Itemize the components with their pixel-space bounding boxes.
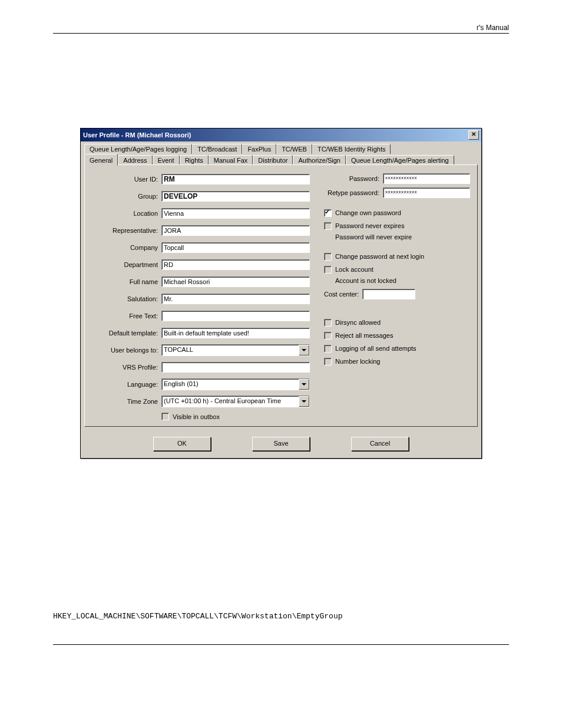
location-field[interactable] (161, 208, 310, 219)
lock-account-checkbox[interactable] (324, 266, 332, 274)
salutation-label: Salutation: (92, 295, 161, 302)
tab-tcweb[interactable]: TC/WEB (276, 144, 312, 154)
tab-faxplus[interactable]: FaxPlus (242, 144, 276, 154)
language-combo[interactable]: English (01) (161, 378, 310, 390)
company-label: Company (92, 244, 161, 251)
tab-queue-logging[interactable]: Queue Length/Age/Pages logging (84, 144, 192, 154)
logging-all-send-checkbox[interactable] (324, 345, 332, 353)
vrs-profile-label: VRS Profile: (92, 364, 161, 371)
registry-path: HKEY_LOCAL_MACHINE\SOFTWARE\TOPCALL\TCFW… (53, 612, 509, 621)
password-never-expire-note: Password will never expire (320, 233, 470, 241)
tabs-area: Queue Length/Age/Pages logging TC/Broadc… (81, 141, 481, 165)
number-locking-checkbox[interactable] (324, 358, 332, 365)
user-id-label: User ID: (92, 176, 161, 183)
reject-all-messages-checkbox[interactable] (324, 332, 332, 340)
tab-manual-fax[interactable]: Manual Fax (209, 155, 253, 165)
dirsync-allowed-checkbox[interactable] (324, 319, 332, 327)
lock-account-label: Lock account (335, 266, 373, 273)
change-password-next-login-checkbox[interactable] (324, 253, 332, 261)
free-text-label: Free Text: (92, 312, 161, 319)
time-zone-value: (UTC +01:00 h) - Central European Time (162, 396, 299, 407)
chevron-down-icon[interactable] (299, 396, 309, 407)
representative-field[interactable] (161, 225, 310, 236)
time-zone-combo[interactable]: (UTC +01:00 h) - Central European Time (161, 396, 310, 407)
vrs-profile-field[interactable] (161, 362, 310, 373)
save-button[interactable]: Save (252, 437, 310, 451)
department-label: Department (92, 261, 161, 268)
company-field[interactable] (161, 242, 310, 253)
cost-center-label: Cost center: (324, 291, 359, 298)
cost-center-field[interactable] (362, 289, 415, 299)
representative-label: Representative: (92, 227, 161, 234)
user-belongs-combo[interactable]: TOPCALL (161, 344, 310, 356)
tab-authorize-sign[interactable]: Authorize/Sign (293, 155, 346, 165)
ok-button[interactable]: OK (153, 437, 211, 451)
default-template-label: Default template: (92, 330, 161, 337)
password-label: Password: (320, 175, 383, 182)
account-not-locked-note: Account is not locked (320, 277, 470, 284)
visible-in-outbox-label: Visible in outbox (173, 413, 220, 420)
tab-rights[interactable]: Rights (180, 155, 209, 165)
full-name-label: Full name (92, 278, 161, 285)
cancel-button[interactable]: Cancel (351, 437, 409, 451)
language-label: Language: (92, 381, 161, 388)
retype-password-label: Retype password: (320, 189, 383, 196)
visible-in-outbox-checkbox[interactable] (161, 413, 169, 420)
department-field[interactable] (161, 259, 310, 270)
group-label: Group: (92, 193, 161, 200)
dirsync-allowed-label: Dirsync allowed (335, 319, 381, 326)
reject-all-messages-label: Reject all messages (335, 332, 393, 339)
change-own-password-checkbox[interactable] (324, 209, 332, 217)
change-own-password-label: Change own password (335, 209, 401, 216)
tab-distributor[interactable]: Distributor (253, 155, 293, 165)
user-belongs-label: User belongs to: (92, 347, 161, 354)
user-belongs-value: TOPCALL (162, 345, 299, 355)
language-value: English (01) (162, 379, 299, 390)
password-never-expires-label: Password never expires (335, 222, 404, 229)
change-password-next-login-label: Change password at next login (335, 253, 424, 260)
dialog-title: User Profile - RM (Michael Rossori) (83, 131, 191, 139)
chevron-down-icon[interactable] (299, 345, 309, 355)
right-column: Password: xxxxxxxxxxxx Retype password: … (320, 173, 470, 420)
password-never-expires-checkbox[interactable] (324, 222, 332, 230)
document-header: r's Manual (53, 24, 509, 34)
retype-password-field[interactable]: xxxxxxxxxxxx (383, 187, 470, 198)
footer-rule (53, 644, 509, 645)
chevron-down-icon[interactable] (299, 379, 309, 390)
tab-queue-alerting[interactable]: Queue Length/Age/Pages alerting (346, 155, 454, 165)
logging-all-send-label: Logging of all send attempts (335, 345, 416, 352)
tab-panel-general: User ID: Group: Location Representative: (84, 164, 478, 427)
group-field[interactable] (161, 191, 310, 202)
salutation-field[interactable] (161, 294, 310, 304)
tab-address[interactable]: Address (118, 155, 152, 165)
free-text-field[interactable] (161, 311, 310, 321)
close-icon[interactable]: ✕ (468, 130, 479, 140)
number-locking-label: Number locking (335, 358, 380, 365)
header-text: r's Manual (477, 24, 509, 32)
titlebar: User Profile - RM (Michael Rossori) ✕ (81, 129, 481, 141)
left-column: User ID: Group: Location Representative: (92, 173, 310, 420)
user-id-field[interactable] (161, 174, 310, 185)
tab-event[interactable]: Event (153, 155, 180, 165)
location-label: Location (92, 210, 161, 217)
tab-tc-broadcast[interactable]: TC/Broadcast (192, 144, 242, 154)
password-field[interactable]: xxxxxxxxxxxx (383, 173, 470, 184)
user-profile-dialog: User Profile - RM (Michael Rossori) ✕ Qu… (80, 128, 482, 459)
full-name-field[interactable] (161, 276, 310, 287)
tab-general[interactable]: General (84, 154, 118, 166)
tab-tcweb-identity[interactable]: TC/WEB Identity Rights (312, 144, 391, 154)
default-template-field[interactable] (161, 328, 310, 338)
button-row: OK Save Cancel (81, 431, 481, 458)
time-zone-label: Time Zone (92, 398, 161, 405)
